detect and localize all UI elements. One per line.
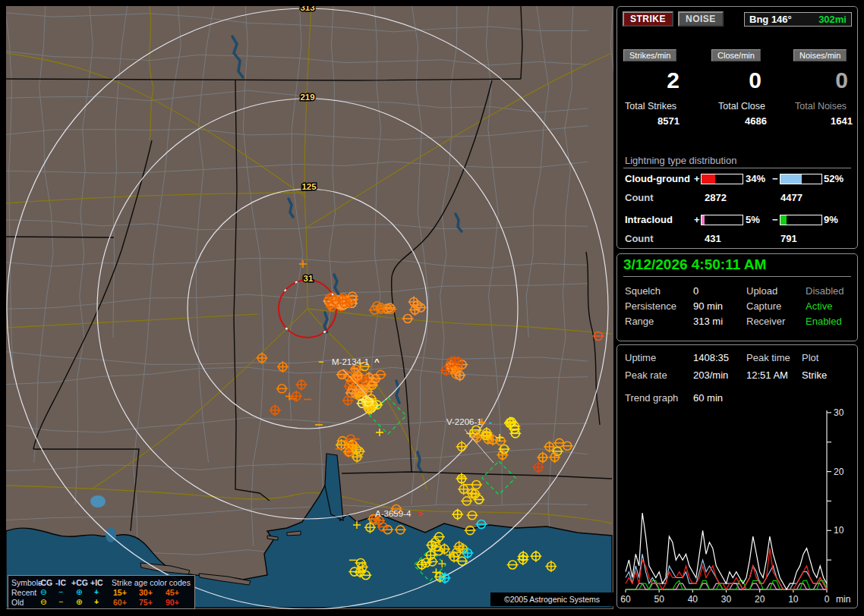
- strike-button[interactable]: STRIKE: [623, 11, 673, 27]
- legend-header-ic-plus: +IC: [90, 578, 103, 587]
- storm-cell-id: M-2134-1: [332, 357, 369, 366]
- trend-graph-label: Trend graph: [625, 392, 678, 404]
- app-window: −M-2134-1^V-2206-1-A-3659-4>31321912531 …: [0, 0, 864, 616]
- bearing-label: Bng 146°: [749, 14, 792, 25]
- trend-x-tick: 50: [654, 594, 664, 605]
- squelch-label: Squelch: [625, 285, 661, 297]
- ic-minus-pct: 9%: [824, 214, 838, 225]
- persistence-label: Persistence: [625, 300, 676, 312]
- strikes-per-min-label: Strikes/min: [623, 49, 676, 61]
- uptime-value: 1408:35: [693, 352, 729, 363]
- capture-label: Capture: [746, 300, 781, 312]
- ring-distance-label: 125: [301, 182, 317, 191]
- cg-plus-recent-icon: ⊕: [76, 587, 83, 596]
- cg-plus-old-icon: ⊕: [76, 597, 83, 606]
- ic-plus-bar: [701, 215, 743, 225]
- legend-age-60: 60+: [113, 598, 127, 607]
- ic-minus-sign: −: [772, 214, 778, 225]
- trend-x-tick: 60: [620, 594, 631, 605]
- divider: [623, 168, 851, 168]
- status-panel: 3/12/2026 4:50:11 AM Squelch 0 Upload Di…: [616, 253, 858, 341]
- map-legend: Symbols -CG -IC +CG +IC Strike age color…: [8, 575, 195, 609]
- storm-cell-id: V-2206-1: [446, 417, 482, 426]
- legend-header-cg-plus: +CG: [71, 578, 88, 587]
- peak-time-value: 12:51 AM: [746, 369, 788, 381]
- total-close-label: Total Close: [718, 101, 765, 112]
- trend-panel: Uptime 1408:35 Peak time Plot Peak rate …: [616, 344, 858, 608]
- ring-distance-label: 219: [300, 93, 314, 102]
- strike-stats-panel: STRIKE NOISE Bng 146° 302mi Strikes/min …: [616, 6, 858, 249]
- ring-distance-label: 31: [304, 274, 314, 283]
- cg-minus-recent-icon: ⊖: [40, 587, 47, 596]
- range-label: Range: [625, 316, 654, 327]
- trend-x-axis-label: min: [836, 594, 850, 605]
- legend-age-15: 15+: [113, 588, 127, 597]
- cg-plus-bar: [701, 174, 743, 184]
- cg-minus-pct: 52%: [824, 173, 844, 184]
- bearing-distance: 302mi: [818, 14, 847, 25]
- lake: [106, 527, 116, 542]
- trend-y-tick: 30: [834, 407, 844, 418]
- ic-minus-count: 791: [780, 233, 797, 244]
- trend-x-tick: 10: [788, 594, 799, 605]
- legend-header-cg-minus: -CG: [38, 578, 52, 587]
- trend-window-value: 60 min: [693, 392, 723, 404]
- close-per-min-label: Close/min: [711, 49, 761, 61]
- ic-count-label: Count: [625, 233, 654, 244]
- ic-minus-recent-icon: −: [58, 587, 63, 596]
- trend-x-tick: 40: [688, 594, 698, 605]
- legend-age-90: 90+: [166, 598, 179, 607]
- trend-y-tick: 10: [834, 525, 844, 536]
- cg-count-label: Count: [625, 192, 654, 203]
- total-noises-value: 1641: [795, 115, 853, 127]
- receiver-status: Enabled: [806, 316, 842, 327]
- cloud-ground-label: Cloud-ground: [625, 173, 690, 184]
- ic-minus-old-icon: −: [58, 597, 63, 606]
- legend-age-75: 75+: [139, 598, 153, 607]
- persistence-value: 90 min: [693, 300, 723, 312]
- bearing-readout: Bng 146° 302mi: [744, 12, 852, 27]
- noise-button[interactable]: NOISE: [678, 11, 724, 27]
- trend-x-tick: 0: [825, 594, 830, 605]
- upload-label: Upload: [746, 285, 777, 297]
- legend-row-old-label: Old: [11, 598, 24, 607]
- legend-age-30: 30+: [139, 588, 153, 597]
- upload-status: Disabled: [806, 285, 844, 297]
- distribution-title: Lightning type distribution: [625, 155, 736, 166]
- trend-x-tick: 30: [721, 594, 732, 605]
- ic-plus-pct: 5%: [746, 214, 760, 225]
- ic-plus-recent-icon: +: [94, 587, 99, 596]
- cg-plus-pct: 34%: [746, 173, 765, 184]
- lake: [90, 495, 106, 508]
- cg-plus-sign: +: [694, 173, 700, 184]
- cg-minus-bar: [780, 174, 822, 184]
- plot-label: Plot: [802, 352, 818, 363]
- ic-plus-old-icon: +: [94, 597, 99, 606]
- total-close-value: 4686: [718, 115, 767, 127]
- peak-time-label: Peak time: [746, 352, 790, 363]
- ic-minus-bar: [780, 215, 822, 225]
- noises-per-min-label: Noises/min: [793, 49, 847, 61]
- legend-age-45: 45+: [166, 588, 179, 597]
- lightning-map[interactable]: −M-2134-1^V-2206-1-A-3659-4>31321912531: [6, 6, 613, 609]
- total-strikes-label: Total Strikes: [625, 101, 676, 112]
- trend-x-tick: 20: [755, 594, 765, 605]
- datetime-display: 3/12/2026 4:50:11 AM: [623, 256, 766, 273]
- cg-plus-count: 2872: [705, 192, 727, 203]
- divider: [623, 276, 851, 277]
- legend-age-title: Strike age color codes: [112, 578, 191, 587]
- copyright-label: ©2005 Astrogenic Systems: [490, 592, 613, 606]
- ic-plus-count: 431: [705, 233, 721, 244]
- squelch-value: 0: [693, 285, 698, 297]
- trend-graph: 1020306050403020100min: [617, 407, 857, 606]
- total-noises-label: Total Noises: [795, 101, 847, 112]
- total-strikes-value: 8571: [625, 115, 680, 127]
- storm-trend-icon: -: [489, 417, 492, 426]
- noises-per-min-value: 0: [790, 68, 848, 93]
- peak-rate-label: Peak rate: [625, 369, 667, 381]
- ring-distance-label: 313: [300, 6, 314, 12]
- storm-cell-id: A-3659-4: [375, 509, 412, 518]
- cg-minus-sign: −: [772, 173, 778, 184]
- trend-series-total_strikes: [626, 513, 827, 589]
- storm-trend-icon: ^: [374, 357, 380, 366]
